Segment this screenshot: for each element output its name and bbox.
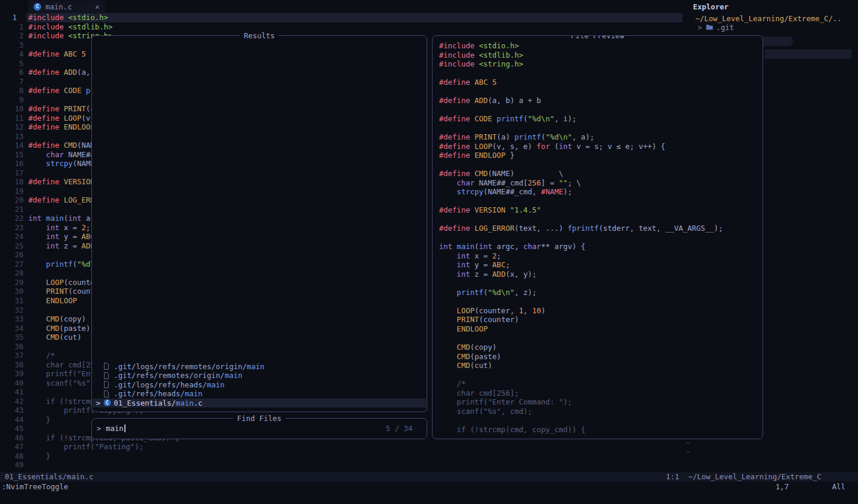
line-number: 27: [0, 260, 24, 269]
preview-lines: #include <stdio.h>#include <stdlib.h>#in…: [433, 36, 763, 434]
line-number: 34: [0, 324, 24, 333]
ruler-position: 1,7: [776, 482, 789, 492]
results-entry[interactable]: >C01_Essentials/main.c: [93, 399, 426, 408]
close-icon[interactable]: ×: [95, 2, 100, 11]
c-language-icon: C: [34, 3, 41, 11]
line-number: 15: [0, 150, 24, 160]
selection-caret: >: [96, 399, 104, 408]
preview-code-line: [439, 105, 763, 115]
file-icon: [104, 372, 114, 379]
preview-code-line: [439, 278, 763, 288]
line-number: 23: [0, 223, 24, 233]
preview-window-title: File Preview: [567, 35, 628, 40]
command-line[interactable]: :NvimTreeToggle 1,7 All: [0, 482, 858, 493]
preview-code-line: [439, 215, 763, 224]
selection-caret: [96, 362, 104, 372]
line-number: 38: [0, 360, 24, 370]
preview-code-line: [439, 334, 763, 343]
search-query-text[interactable]: main: [106, 424, 124, 433]
line-number: 47: [0, 442, 24, 452]
line-number: 24: [0, 232, 24, 241]
preview-code-line: #define ABC 5: [439, 78, 763, 87]
preview-code-line: int z = ADD(x, y);: [439, 270, 763, 279]
statusline-filename: 01_Essentials/main.c: [5, 472, 94, 482]
line-number: 7: [0, 77, 24, 87]
explorer-root-path: ~/Low_Level_Learning/Extreme_C/..: [695, 14, 842, 23]
results-entry[interactable]: .git/refs/heads/main: [93, 389, 426, 399]
tab-label: main.c: [45, 2, 72, 11]
preview-code-line: [439, 69, 763, 78]
tree-item-git[interactable]: > .git: [698, 23, 734, 32]
line-number: 19: [0, 187, 24, 196]
result-path: 01_Essentials/main.c: [114, 399, 203, 408]
line-number: 4: [0, 49, 24, 59]
line-number: 33: [0, 314, 24, 324]
preview-code-line: printf("%d\n", z);: [439, 288, 763, 297]
results-entry[interactable]: .git/logs/refs/remotes/origin/main: [93, 362, 426, 372]
prompt-caret: >: [97, 424, 101, 433]
preview-code-line: printf("Enter Command: ");: [439, 397, 763, 407]
line-number: 35: [0, 333, 24, 342]
line-number: 16: [0, 159, 24, 168]
preview-code-line: #include <stdio.h>: [439, 41, 763, 51]
selection-caret: [96, 371, 104, 380]
preview-code-line: char cmd[256];: [439, 389, 763, 398]
line-number: 5: [0, 59, 24, 68]
line-number: 30: [0, 287, 24, 296]
code-line[interactable]: 49: [0, 460, 682, 470]
preview-code-line: int x = 2;: [439, 251, 763, 261]
line-number: 49: [0, 460, 24, 470]
preview-code-line: #define CODE printf("%d\n", i);: [439, 114, 763, 124]
preview-code-line: [439, 297, 763, 306]
preview-code-line: [439, 124, 763, 133]
preview-code-line: #define LOG_ERROR(text, ...) fprintf(std…: [439, 224, 763, 233]
code-line[interactable]: 47 printf("Pasting");: [0, 442, 682, 452]
preview-code-line: int main(int argc, char** argv) {: [439, 242, 763, 251]
line-number: 45: [0, 424, 24, 433]
results-entry[interactable]: .git/logs/refs/heads/main: [93, 380, 426, 390]
line-number: 11: [0, 114, 24, 123]
preview-code-line: #define PRINT(a) printf("%d\n", a);: [439, 132, 763, 142]
line-number: 14: [0, 141, 24, 150]
line-number: 8: [0, 86, 24, 95]
chevron-right-icon: >: [698, 23, 702, 32]
preview-code-line: [439, 160, 763, 170]
preview-code-line: [439, 233, 763, 243]
preview-code-line: CMD(copy): [439, 343, 763, 352]
telescope-prompt-window[interactable]: Find Files > main 5 / 34: [91, 418, 427, 439]
tree-item-label: .git: [717, 23, 734, 32]
line-number: 43: [0, 406, 24, 415]
file-icon: [104, 381, 114, 388]
preview-code-line: #include <stdlib.h>: [439, 51, 763, 60]
file-preview-window: File Preview #include <stdio.h>#include …: [432, 35, 763, 439]
tilde-marker: ~: [686, 447, 691, 456]
line-number: 20: [0, 195, 24, 205]
preview-code-line: int y = ABC;: [439, 260, 763, 270]
line-number: 2: [0, 31, 24, 41]
results-entry[interactable]: .git/refs/remotes/origin/main: [93, 371, 426, 380]
statusline: 01_Essentials/main.c 1:1 ~/Low_Level_Lea…: [0, 472, 858, 482]
neovim-screen: C main.c × Explorer 1#include <stdio.h>1…: [0, 0, 858, 504]
code-line[interactable]: 1#include <stdlib.h>: [0, 22, 682, 32]
line-number: 48: [0, 452, 24, 461]
preview-code-line: #define ENDLOOP }: [439, 151, 763, 160]
line-number: 29: [0, 278, 24, 287]
line-number: 31: [0, 296, 24, 306]
line-number: 46: [0, 433, 24, 443]
line-number: 1: [0, 13, 24, 22]
preview-code-line: [439, 197, 763, 206]
file-icon: [104, 390, 114, 397]
buffer-tab-main-c[interactable]: C main.c ×: [28, 1, 105, 12]
result-path: .git/refs/heads/main: [114, 389, 203, 399]
preview-code-line: [439, 370, 763, 380]
preview-code-line: if (!strcmp(cmd, copy_cmd)) {: [439, 425, 763, 435]
code-line[interactable]: 1#include <stdio.h>: [0, 13, 682, 22]
preview-code-line: /*: [439, 379, 763, 389]
line-number: 32: [0, 306, 24, 315]
line-number: 13: [0, 132, 24, 141]
preview-code-line: CMD(cut): [439, 361, 763, 370]
file-icon: [104, 363, 114, 370]
line-number: 9: [0, 95, 24, 105]
code-line[interactable]: 48 }: [0, 452, 682, 461]
line-number: 42: [0, 397, 24, 406]
